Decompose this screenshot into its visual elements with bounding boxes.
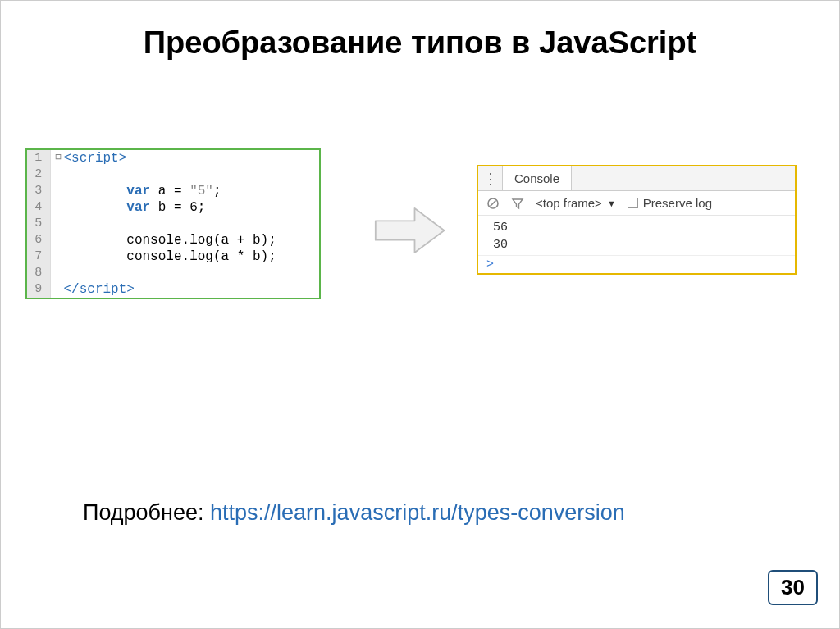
line-number: 8 bbox=[27, 265, 50, 281]
line-number: 2 bbox=[27, 166, 50, 183]
code-line: var b = 6; bbox=[50, 199, 319, 216]
line-number: 7 bbox=[27, 248, 50, 265]
console-line: 56 bbox=[478, 219, 795, 236]
code-editor-panel: 1⊟<script>2 3 var a = "5";4 var b = 6;5 … bbox=[25, 148, 321, 299]
line-number: 5 bbox=[27, 216, 50, 232]
console-toolbar: <top frame> ▼ Preserve log bbox=[478, 191, 795, 216]
console-line: 30 bbox=[478, 236, 795, 253]
console-output: 5630 bbox=[478, 216, 795, 255]
chevron-down-icon: ▼ bbox=[607, 198, 616, 208]
preserve-log-checkbox[interactable]: Preserve log bbox=[628, 196, 712, 210]
line-number: 9 bbox=[27, 281, 50, 298]
footer-prefix: Подробнее: bbox=[83, 500, 210, 525]
page-number-badge: 30 bbox=[768, 570, 818, 605]
footer-link[interactable]: https://learn.javascript.ru/types-conver… bbox=[210, 500, 625, 525]
code-line: var a = "5"; bbox=[50, 183, 319, 199]
code-line: </script> bbox=[50, 281, 319, 298]
checkbox-icon bbox=[628, 198, 638, 208]
line-number: 3 bbox=[27, 183, 50, 199]
code-line: console.log(a + b); bbox=[50, 232, 319, 248]
code-line: console.log(a * b); bbox=[50, 248, 319, 265]
tab-console[interactable]: Console bbox=[503, 166, 572, 190]
code-line bbox=[50, 216, 319, 232]
filter-icon[interactable] bbox=[511, 197, 524, 210]
content-row: 1⊟<script>2 3 var a = "5";4 var b = 6;5 … bbox=[1, 148, 839, 353]
frame-selector-label: <top frame> bbox=[536, 196, 602, 210]
line-number: 1 bbox=[27, 150, 50, 166]
line-number: 4 bbox=[27, 199, 50, 216]
svg-line-1 bbox=[491, 200, 496, 206]
preserve-log-label: Preserve log bbox=[643, 196, 712, 210]
kebab-menu-icon[interactable]: ⋮ bbox=[478, 166, 503, 190]
line-number: 6 bbox=[27, 232, 50, 248]
footer-link-line: Подробнее: https://learn.javascript.ru/t… bbox=[83, 500, 625, 526]
code-table: 1⊟<script>2 3 var a = "5";4 var b = 6;5 … bbox=[27, 150, 319, 298]
console-tab-bar: ⋮ Console bbox=[478, 166, 795, 191]
code-line bbox=[50, 265, 319, 281]
code-line: ⊟<script> bbox=[50, 150, 319, 166]
clear-console-icon[interactable] bbox=[486, 197, 500, 210]
code-line bbox=[50, 166, 319, 183]
console-prompt[interactable]: > bbox=[478, 255, 795, 273]
arrow-right-icon bbox=[374, 202, 448, 259]
devtools-console-panel: ⋮ Console <top frame> ▼ Preserve log 563… bbox=[477, 165, 797, 275]
slide-title: Преобразование типов в JavaScript bbox=[1, 1, 839, 61]
frame-selector[interactable]: <top frame> ▼ bbox=[536, 196, 616, 210]
